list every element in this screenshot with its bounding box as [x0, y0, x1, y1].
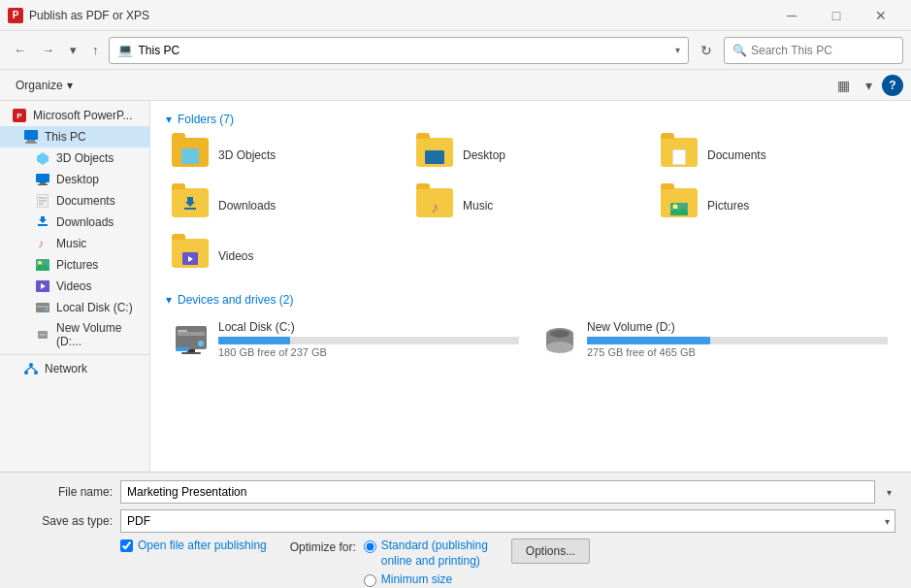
address-bar[interactable]: 💻 This PC ▾: [109, 37, 690, 64]
address-breadcrumb: This PC: [139, 44, 670, 57]
maximize-button[interactable]: □: [814, 0, 859, 31]
folders-header-label: Folders (7): [178, 113, 234, 126]
svg-point-42: [550, 330, 569, 338]
sidebar-item-3dobjects[interactable]: 3D Objects: [0, 147, 149, 169]
options-row: Open file after publishing Optimize for:…: [120, 539, 895, 588]
radio-minimum-input[interactable]: [364, 574, 376, 587]
radio-group: Standard (publishingonline and printing)…: [364, 539, 488, 588]
sidebar-label-localc: Local Disk (C:): [56, 301, 133, 314]
up-button[interactable]: ↑: [86, 39, 105, 61]
drive-info-d: New Volume (D:) 275 GB free of 465 GB: [587, 320, 888, 358]
sidebar-item-thispc[interactable]: This PC: [0, 126, 149, 147]
drive-icon-c: [174, 322, 209, 357]
folders-section-header[interactable]: ▾ Folders (7): [166, 113, 895, 126]
sidebar-label-volumed: New Volume (D:...: [56, 321, 142, 348]
sidebar-label-videos: Videos: [56, 279, 91, 293]
folder-item-videos[interactable]: Videos: [166, 235, 407, 278]
svg-rect-12: [38, 224, 48, 226]
filename-label: File name:: [16, 485, 113, 499]
organize-button[interactable]: Organize ▾: [8, 76, 81, 95]
drive-name-c: Local Disk (C:): [218, 320, 519, 334]
svg-rect-19: [37, 306, 49, 308]
forward-button[interactable]: →: [36, 39, 60, 61]
sidebar-item-documents[interactable]: Documents: [0, 190, 149, 212]
sidebar-item-pictures[interactable]: Pictures: [0, 254, 149, 276]
view-arrow-button[interactable]: ▾: [860, 75, 878, 96]
filename-input[interactable]: [120, 480, 875, 504]
open-after-label[interactable]: Open file after publishing: [120, 539, 267, 552]
svg-point-20: [46, 309, 49, 311]
folder-item-music[interactable]: ♪ Music: [410, 184, 651, 227]
sidebar-item-downloads[interactable]: Downloads: [0, 212, 149, 233]
nav-dropdown-button[interactable]: ▾: [64, 39, 82, 61]
back-button[interactable]: ←: [8, 39, 32, 61]
savetype-wrap: PDF XPS Document ▾: [120, 509, 895, 533]
drives-section-header[interactable]: ▾ Devices and drives (2): [166, 293, 895, 307]
folder-thumb-3dobjects: [172, 138, 211, 173]
sidebar-item-network[interactable]: Network: [0, 358, 149, 379]
options-button[interactable]: Options...: [511, 539, 590, 564]
close-button[interactable]: ✕: [859, 0, 903, 31]
radio-standard-label[interactable]: Standard (publishingonline and printing): [381, 539, 488, 569]
form-area: File name: ▾ Save as type: PDF XPS Docum…: [0, 472, 911, 588]
filename-dropdown-icon[interactable]: ▾: [883, 487, 895, 498]
minimize-button[interactable]: ─: [769, 0, 814, 31]
toolbar-right: ▦ ▾ ?: [831, 75, 903, 96]
open-after-checkbox[interactable]: [120, 539, 133, 552]
address-dropdown-icon[interactable]: ▾: [675, 45, 680, 55]
svg-point-34: [198, 341, 204, 346]
radio-minimum: Minimum size(publishing online): [364, 572, 488, 588]
drive-name-d: New Volume (D:): [587, 320, 888, 334]
sidebar-label-downloads: Downloads: [56, 215, 114, 229]
radio-minimum-label[interactable]: Minimum size(publishing online): [381, 572, 475, 588]
drives-grid: Local Disk (C:) 180 GB free of 237 GB: [166, 314, 895, 364]
drive-item-c[interactable]: Local Disk (C:) 180 GB free of 237 GB: [166, 314, 527, 364]
svg-marker-31: [188, 256, 193, 262]
sidebar-label-pictures: Pictures: [56, 258, 98, 272]
drive-bar-d: [587, 337, 710, 344]
app-icon: [8, 8, 23, 23]
svg-rect-29: [184, 208, 196, 210]
search-box[interactable]: 🔍: [724, 37, 903, 64]
folder-item-downloads[interactable]: Downloads: [166, 184, 407, 227]
folder-thumb-documents: [661, 138, 700, 173]
sidebar: P Microsoft PowerP... This PC 3D Objects…: [0, 101, 150, 472]
sidebar-item-localc[interactable]: Local Disk (C:): [0, 297, 149, 318]
folders-chevron-icon: ▾: [166, 113, 172, 126]
savetype-select[interactable]: PDF XPS Document: [120, 509, 895, 533]
toolbar: Organize ▾ ▦ ▾ ?: [0, 70, 911, 101]
refresh-button[interactable]: ↻: [693, 39, 720, 62]
localdisk-icon: [35, 300, 50, 315]
svg-rect-38: [176, 347, 189, 351]
folder-item-3dobjects[interactable]: 3D Objects: [166, 134, 407, 177]
help-button[interactable]: ?: [882, 75, 903, 96]
sidebar-item-videos[interactable]: Videos: [0, 276, 149, 297]
sidebar-item-powerpnt[interactable]: P Microsoft PowerP...: [0, 105, 149, 126]
sidebar-label-3dobjects: 3D Objects: [56, 151, 114, 165]
svg-rect-36: [181, 352, 201, 354]
sidebar-item-desktop[interactable]: Desktop: [0, 169, 149, 190]
svg-rect-37: [178, 330, 187, 332]
radio-standard-input[interactable]: [364, 540, 376, 553]
search-icon: 🔍: [732, 44, 747, 57]
folder-label-desktop: Desktop: [463, 148, 505, 162]
drive-item-d[interactable]: New Volume (D:) 275 GB free of 465 GB: [535, 314, 895, 364]
folder-item-pictures[interactable]: Pictures: [655, 184, 895, 227]
drives-chevron-icon: ▾: [166, 293, 172, 307]
newvolume-icon: [35, 327, 50, 343]
savetype-label: Save as type:: [16, 514, 113, 528]
folder-thumb-downloads: [172, 188, 211, 223]
search-input[interactable]: [751, 44, 895, 57]
folder-label-documents: Documents: [707, 148, 766, 162]
folder-thumb-desktop: [416, 138, 455, 173]
folder-label-downloads: Downloads: [218, 199, 276, 212]
sidebar-item-music[interactable]: ♪ Music: [0, 233, 149, 254]
filename-row: File name: ▾: [16, 480, 895, 504]
view-button[interactable]: ▦: [831, 75, 856, 96]
svg-marker-11: [39, 216, 47, 223]
svg-point-25: [34, 371, 38, 375]
sidebar-item-volumed[interactable]: New Volume (D:...: [0, 318, 149, 351]
folder-item-documents[interactable]: Documents: [655, 134, 895, 177]
folder-item-desktop[interactable]: Desktop: [410, 134, 651, 177]
titlebar: Publish as PDF or XPS ─ □ ✕: [0, 0, 911, 31]
